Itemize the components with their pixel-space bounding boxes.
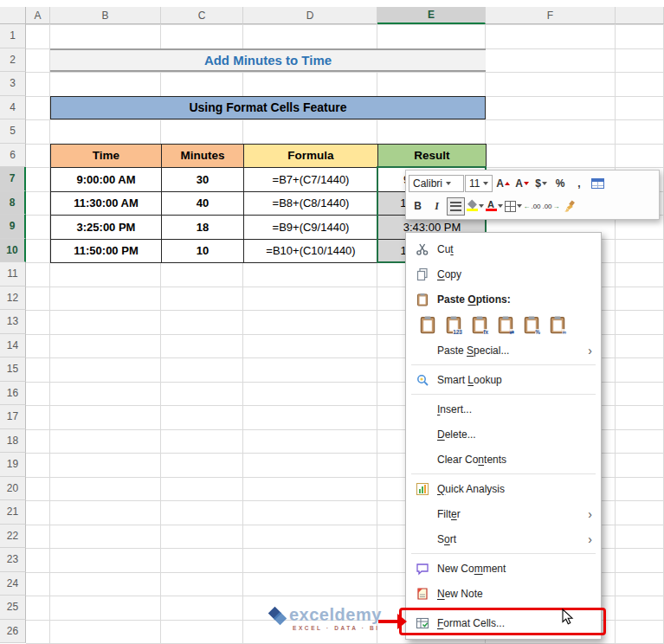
font-name-select[interactable]: Calibri: [409, 175, 464, 192]
paste-formulas-icon[interactable]: fx: [468, 314, 490, 336]
menu-item-copy[interactable]: Copy: [406, 261, 601, 287]
menu-item-new-comment[interactable]: New Comment: [406, 556, 601, 581]
paste-formatting-icon[interactable]: %: [520, 314, 542, 336]
menu-item-quick-analysis[interactable]: Quick Analysis: [406, 476, 601, 501]
mini-toolbar: Calibri11AA$%, BIA←.00.00→: [405, 170, 660, 220]
row-header-2[interactable]: 2: [0, 48, 26, 73]
row-header-25[interactable]: 25: [0, 596, 26, 620]
row-header-26[interactable]: 26: [0, 620, 26, 644]
column-header-B[interactable]: B: [50, 7, 161, 24]
cell-formula[interactable]: =B7+(C7/1440): [244, 168, 378, 192]
row-header-13[interactable]: 13: [0, 310, 26, 334]
borders-icon[interactable]: [504, 197, 522, 216]
sheet-title-banner[interactable]: Add Minutes to Time: [50, 48, 486, 73]
percent-style-icon[interactable]: %: [551, 175, 569, 193]
font-color-glyph: A: [486, 201, 497, 211]
row-header-24[interactable]: 24: [0, 572, 26, 596]
row-header-17[interactable]: 17: [0, 405, 26, 429]
no-icon: [415, 344, 430, 357]
row-header-4[interactable]: 4: [0, 96, 26, 120]
cell-formula[interactable]: =B8+(C8/1440): [244, 192, 378, 216]
annotation-arrow: [378, 620, 398, 623]
column-header-A[interactable]: A: [26, 7, 50, 24]
table-header-formula[interactable]: Formula: [244, 145, 378, 169]
shrink-font-icon[interactable]: A: [513, 175, 531, 193]
paste-icon[interactable]: [416, 314, 438, 336]
format-as-table-icon[interactable]: [589, 175, 607, 193]
menu-item-clear-contents[interactable]: Clear Contents: [406, 447, 601, 472]
row-header-10[interactable]: 10: [0, 239, 26, 263]
column-header-E[interactable]: E: [377, 7, 486, 24]
column-header-partial[interactable]: [616, 7, 664, 24]
font-size-select[interactable]: 11: [465, 175, 493, 192]
font-color-icon[interactable]: A: [485, 197, 503, 216]
row-header-12[interactable]: 12: [0, 287, 26, 311]
italic-icon[interactable]: I: [428, 197, 446, 216]
row-header-19[interactable]: 19: [0, 453, 26, 477]
table-glyph: [591, 178, 604, 189]
cell-minutes[interactable]: 30: [162, 168, 244, 192]
fill-color-icon[interactable]: [466, 197, 484, 216]
column-header-C[interactable]: C: [161, 7, 243, 24]
bold-icon[interactable]: B: [409, 197, 427, 216]
menu-item-smart-lookup[interactable]: Smart Lookup: [406, 367, 601, 392]
row-header-6[interactable]: 6: [0, 144, 26, 168]
table-header-minutes[interactable]: Minutes: [162, 145, 244, 169]
cell-time[interactable]: 11:50:00 PM: [51, 240, 162, 264]
menu-item-cut[interactable]: Cut: [406, 236, 601, 261]
scissors-icon: [415, 242, 430, 256]
row-header-16[interactable]: 16: [0, 382, 26, 406]
row-header-21[interactable]: 21: [0, 500, 26, 525]
decrease-decimal-icon[interactable]: .00→: [542, 197, 560, 216]
clipboard-icon: [415, 293, 430, 306]
menu-item-format-cells[interactable]: Format Cells...: [406, 610, 601, 635]
row-header-20[interactable]: 20: [0, 477, 26, 501]
menu-item-sort[interactable]: Sort›: [406, 526, 601, 551]
row-header-18[interactable]: 18: [0, 429, 26, 454]
cell-formula[interactable]: =B9+(C9/1440): [244, 216, 378, 240]
row-header-14[interactable]: 14: [0, 334, 26, 358]
annotation-arrow-head: [397, 614, 407, 629]
cell-formula[interactable]: =B10+(C10/1440): [244, 240, 378, 264]
section-header-banner[interactable]: Using Format Cells Feature: [50, 96, 486, 120]
menu-item-delete[interactable]: Delete...: [406, 422, 601, 447]
quick-analysis-icon: [415, 482, 430, 496]
column-header-F[interactable]: F: [486, 7, 616, 24]
select-all-corner[interactable]: [0, 7, 26, 24]
menu-item-filter[interactable]: Filter›: [406, 501, 601, 526]
row-header-9[interactable]: 9: [0, 215, 26, 239]
format-painter-icon[interactable]: [561, 197, 579, 216]
submenu-chevron-icon: ›: [588, 507, 594, 521]
cell-time[interactable]: 9:00:00 AM: [51, 168, 162, 192]
accounting-format-icon[interactable]: $: [532, 175, 550, 193]
row-header-8[interactable]: 8: [0, 191, 26, 216]
menu-item-paste-options[interactable]: Paste Options:: [406, 287, 601, 312]
paste-link-icon[interactable]: ∞: [546, 314, 568, 336]
grow-font-icon[interactable]: A: [493, 175, 512, 193]
cell-minutes[interactable]: 10: [162, 240, 244, 264]
table-header-result[interactable]: Result: [378, 145, 487, 169]
increase-decimal-icon[interactable]: ←.00: [523, 197, 541, 216]
table-header-time[interactable]: Time: [51, 145, 162, 169]
row-header-11[interactable]: 11: [0, 262, 26, 287]
cell-minutes[interactable]: 18: [162, 216, 244, 240]
menu-item-new-note[interactable]: New Note: [406, 581, 601, 606]
comma-style-icon[interactable]: ,: [570, 175, 588, 193]
menu-item-insert[interactable]: Insert...: [406, 396, 601, 422]
row-header-23[interactable]: 23: [0, 548, 26, 572]
column-header-D[interactable]: D: [243, 7, 377, 24]
row-header-7[interactable]: 7: [0, 167, 26, 191]
paste-values-icon[interactable]: 123: [442, 314, 464, 336]
row-header-1[interactable]: 1: [0, 24, 26, 48]
center-align-icon[interactable]: [447, 197, 465, 216]
cell-time[interactable]: 11:30:00 AM: [51, 192, 162, 216]
cell-minutes[interactable]: 40: [162, 192, 244, 216]
menu-label-insert: Insert...: [437, 403, 594, 415]
row-header-22[interactable]: 22: [0, 525, 26, 549]
row-header-15[interactable]: 15: [0, 357, 26, 382]
row-header-3[interactable]: 3: [0, 72, 26, 96]
menu-item-paste-special[interactable]: Paste Special...›: [406, 338, 601, 363]
paste-transpose-icon[interactable]: ⇄: [494, 314, 516, 336]
row-header-5[interactable]: 5: [0, 119, 26, 144]
cell-time[interactable]: 3:25:00 PM: [51, 216, 162, 240]
